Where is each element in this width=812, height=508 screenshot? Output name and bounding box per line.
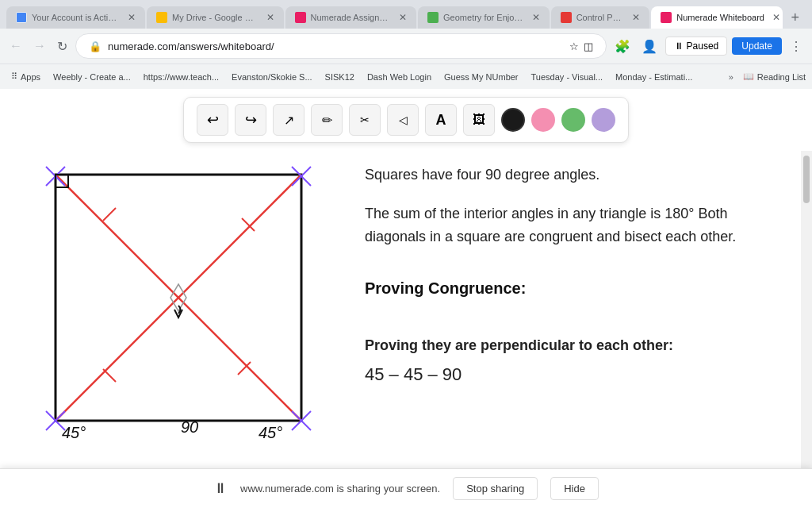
bookmark-label-apps: Apps [21, 72, 40, 82]
tab-close-drive[interactable]: ✕ [266, 12, 274, 23]
tab-favicon-control [561, 12, 572, 23]
main-content: ↩ ↪ ↗ ✏ ✂ ◁ A 🖼 [0, 89, 812, 508]
text-block-perpendicular: Proving they are perpendicular to each o… [365, 334, 788, 388]
star-icon[interactable]: ☆ [569, 40, 579, 52]
reading-list-button[interactable]: 📖 Reading List [743, 71, 806, 82]
bookmark-tuesday[interactable]: Tuesday - Visual... [527, 69, 608, 85]
menu-button[interactable]: ⋮ [787, 36, 806, 57]
address-bar: ← → ↻ 🔒 numerade.com/answers/whiteboard/… [0, 29, 812, 64]
drawing-panel[interactable]: 45° 45° 90 [0, 151, 341, 508]
bookmark-label-dash: Dash Web Login [367, 72, 431, 82]
select-button[interactable]: ↗ [273, 104, 304, 136]
tab-favicon-drive [156, 12, 167, 23]
tab-close-whiteboard[interactable]: ✕ [772, 12, 780, 23]
bookmark-weebly[interactable]: Weebly - Create a... [48, 69, 136, 85]
tab-numerade1[interactable]: Numerade Assignment 1:... ✕ [285, 6, 417, 29]
tab-geometry[interactable]: Geometry for Enjoyment 9... ✕ [418, 6, 550, 29]
screen-share-bar: ⏸ www.numerade.com is sharing your scree… [0, 468, 812, 508]
tab-control[interactable]: Control Panel ✕ [551, 6, 650, 29]
eraser-button[interactable]: ◁ [387, 104, 419, 136]
tab-favicon-whiteboard [661, 12, 672, 23]
bookmark-label-evanston: Evanston/Skokie S... [232, 72, 312, 82]
toolbar-area: ↩ ↪ ↗ ✏ ✂ ◁ A 🖼 [0, 89, 812, 151]
bookmark-label-monday: Monday - Estimati... [615, 72, 692, 82]
bookmark-monday[interactable]: Monday - Estimati... [611, 69, 697, 85]
tab-title-drive: My Drive - Google Drive [172, 13, 259, 22]
color-pink[interactable] [531, 108, 555, 132]
screen-share-icon: ⏸ [213, 480, 228, 497]
tab-favicon-geometry [427, 12, 439, 23]
tab-gmail[interactable]: Your Account is Active! - t... ✕ [6, 6, 145, 29]
tab-title-control: Control Panel [576, 13, 625, 22]
tab-whiteboard[interactable]: Numerade Whiteboard ✕ [651, 6, 783, 29]
bookmark-apps[interactable]: ⠿ Apps [6, 68, 45, 85]
bookmark-sisk12[interactable]: SISK12 [320, 69, 359, 85]
svg-text:45°: 45° [62, 424, 86, 441]
text-panel: Squares have four 90 degree angles. The … [341, 151, 812, 508]
new-tab-button[interactable]: + [784, 10, 806, 26]
reading-list-icon: 📖 [743, 71, 754, 82]
whiteboard-toolbar: ↩ ↪ ↗ ✏ ✂ ◁ A 🖼 [183, 97, 629, 143]
profile-button[interactable]: 👤 [638, 36, 661, 57]
redo-button[interactable]: ↪ [235, 104, 266, 136]
color-purple[interactable] [592, 108, 615, 132]
tab-drive[interactable]: My Drive - Google Drive ✕ [147, 6, 284, 29]
whiteboard-area: 45° 45° 90 Squares have four 90 degree a… [0, 151, 812, 508]
whiteboard-canvas[interactable]: 45° 45° 90 [8, 159, 349, 460]
paused-button[interactable]: ⏸ Paused [665, 37, 728, 56]
bookmark-guess[interactable]: Guess My NUmber [439, 69, 523, 85]
scrollbar-track[interactable] [801, 151, 812, 508]
color-black[interactable] [501, 108, 525, 132]
reload-button[interactable]: ↻ [54, 36, 71, 57]
bookmark-teach[interactable]: https://www.teach... [139, 69, 224, 85]
tab-title-geometry: Geometry for Enjoyment 9... [443, 13, 524, 22]
tab-favicon-gmail [16, 12, 27, 23]
bookmark-label-guess: Guess My NUmber [444, 72, 519, 82]
perpendicular-label: Proving they are perpendicular to each o… [365, 337, 673, 353]
svg-line-14 [103, 369, 116, 382]
bookmark-label-tuesday: Tuesday - Visual... [531, 72, 603, 82]
bookmarks-more-button[interactable]: » [729, 72, 733, 82]
svg-text:45°: 45° [259, 424, 282, 441]
paused-label: Paused [687, 40, 719, 52]
tab-favicon-numerade1 [295, 12, 306, 23]
color-green[interactable] [561, 108, 585, 132]
back-button[interactable]: ← [6, 36, 25, 56]
update-button[interactable]: Update [732, 37, 782, 55]
apps-icon: ⠿ [11, 71, 17, 82]
tab-close-numerade1[interactable]: ✕ [399, 12, 407, 23]
tab-title-numerade1: Numerade Assignment 1:... [311, 13, 392, 22]
pen-button[interactable]: ✏ [311, 104, 343, 136]
tab-close-control[interactable]: ✕ [632, 12, 640, 23]
bookmark-dash[interactable]: Dash Web Login [362, 69, 436, 85]
tab-close-geometry[interactable]: ✕ [532, 12, 540, 23]
tab-title-whiteboard: Numerade Whiteboard [676, 13, 764, 22]
text-block-2: The sum of the interior angles in any tr… [365, 202, 788, 248]
tab-title-gmail: Your Account is Active! - t... [32, 13, 120, 22]
bookmark-evanston[interactable]: Evanston/Skokie S... [227, 69, 317, 85]
svg-text:90: 90 [181, 418, 198, 436]
tab-bar: Your Account is Active! - t... ✕ My Driv… [0, 0, 812, 29]
svg-line-11 [103, 208, 116, 221]
reading-list-label: Reading List [757, 72, 806, 82]
text-squares: Squares have four 90 degree angles. [365, 167, 599, 183]
bookmarks-bar: ⠿ Apps Weebly - Create a... https://www.… [0, 64, 812, 89]
forward-button[interactable]: → [30, 36, 49, 56]
extension-icon[interactable]: ◫ [584, 40, 593, 52]
screen-share-message: www.numerade.com is sharing your screen. [240, 483, 440, 495]
scrollbar-thumb[interactable] [803, 156, 810, 203]
address-input[interactable]: 🔒 numerade.com/answers/whiteboard/ ☆ ◫ [75, 33, 607, 59]
browser-chrome: Your Account is Active! - t... ✕ My Driv… [0, 0, 812, 89]
settings-button[interactable]: ✂ [349, 104, 381, 136]
text-angles: The sum of the interior angles in any tr… [365, 206, 736, 244]
extensions-button[interactable]: 🧩 [611, 36, 634, 57]
tab-close-gmail[interactable]: ✕ [128, 12, 136, 23]
hide-button[interactable]: Hide [550, 477, 599, 500]
undo-button[interactable]: ↩ [197, 104, 228, 136]
formula-text: 45 – 45 – 90 [365, 360, 788, 388]
text-button[interactable]: A [425, 104, 457, 136]
image-button[interactable]: 🖼 [463, 104, 495, 136]
stop-sharing-button[interactable]: Stop sharing [453, 477, 538, 500]
address-icons: ☆ ◫ [569, 40, 593, 52]
lock-icon: 🔒 [89, 40, 102, 52]
